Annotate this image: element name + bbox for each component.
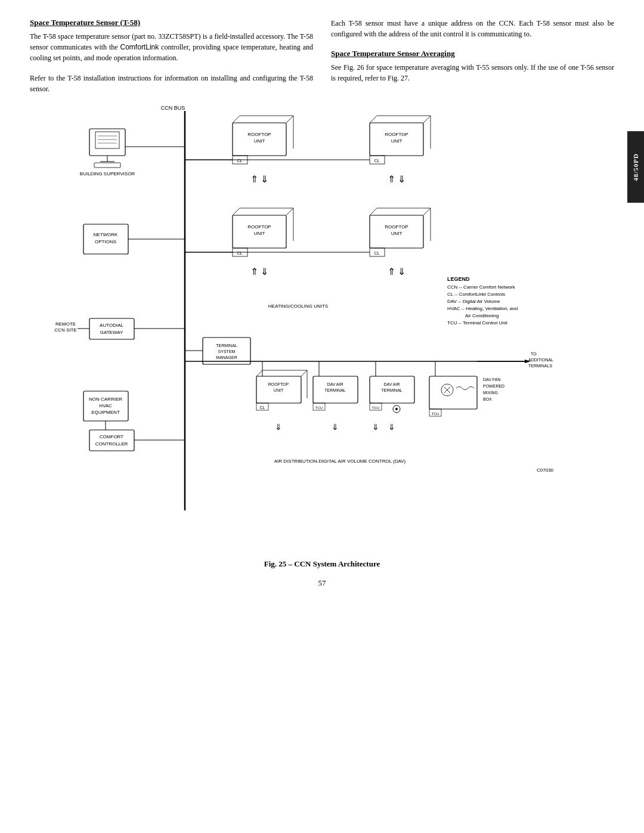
svg-line-35 [286, 208, 293, 215]
tcu1-label: TCU [315, 406, 323, 410]
fig-caption: Fig. 25 – CCN System Architecture [30, 559, 614, 569]
tcu3-label: TCU [432, 412, 439, 416]
cl4-label: CL [374, 251, 380, 255]
right-para2: See Fig. 26 for space temperature averag… [331, 62, 614, 83]
legend-ccn: CCN -- Carrier Comfort Network [447, 284, 516, 290]
remote-ccn-label2: CCN SITE [54, 327, 76, 333]
down-arrow-dav2b: ⇓ [372, 422, 379, 432]
svg-rect-1 [89, 129, 125, 156]
svg-rect-2 [95, 132, 119, 148]
svg-line-34 [233, 208, 240, 215]
left-column: Space Temperature Sensor (T-58) The T-58… [30, 18, 313, 94]
legend-tcu: TCU -- Terminal Control Unit [447, 320, 508, 326]
dav2-label2: TERMINAL [381, 388, 402, 392]
rooftop3-label2: UNIT [254, 231, 265, 236]
non-carrier-label3: EQUIPMENT [91, 410, 120, 415]
tsm-label2: SYSTEM [218, 349, 236, 354]
svg-line-20 [233, 116, 240, 123]
ccn-bus-label: CCN BUS [161, 105, 185, 111]
tsm-label1: TERMINAL [216, 343, 237, 348]
left-para1: The T-58 space temperature sensor (part … [30, 31, 313, 63]
to-additional-label3: TERMINALS [528, 364, 552, 368]
arrows2: ⇑ ⇓ [388, 174, 405, 184]
remote-ccn-label1: REMOTE [55, 321, 76, 327]
svg-line-51 [256, 370, 262, 376]
rooftop1-label2: UNIT [254, 138, 265, 144]
right-para1: Each T-58 sensor must have a unique addr… [331, 18, 614, 39]
non-carrier-label1: NON CARRIER [89, 397, 122, 402]
comfort-ctrl-label1: COMFORT [100, 434, 123, 439]
svg-rect-16 [89, 430, 134, 451]
arrows1: ⇑ ⇓ [250, 174, 268, 184]
svg-point-63 [395, 408, 398, 410]
ccn-diagram: CCN BUS BUILDING SUPERVISOR NETWORK OPTI… [30, 105, 614, 552]
svg-line-21 [286, 116, 293, 123]
svg-rect-65 [429, 376, 477, 409]
tcu2-label: TCU [372, 406, 379, 410]
down-arrow-rooftop: ⇓ [275, 422, 282, 432]
rooftop4-label1: ROOFTOP [385, 224, 408, 230]
comfortlink-span: ComfortLink [120, 43, 159, 51]
cl2-label: CL [374, 159, 380, 163]
down-arrow-dav2: ⇓ [388, 422, 395, 432]
to-additional-label2: ADDITIONAL [528, 358, 553, 362]
to-additional-label1: TO [531, 352, 537, 356]
network-options-label1: NETWORK [94, 232, 119, 237]
tsm-label3: MANAGER [216, 355, 237, 360]
dav1-label2: TERMINAL [324, 388, 346, 392]
page-number: 57 [30, 578, 614, 588]
dav-fan-label3: MIXING [483, 391, 498, 395]
autodial-label2: GATEWAY [100, 330, 123, 335]
left-heading: Space Temperature Sensor (T-58) [30, 18, 313, 27]
cl3-label: CL [237, 251, 243, 255]
air-distribution-label: AIR DISTRIBUTION-DIGITAL AIR VOLUME CONT… [274, 459, 406, 464]
svg-rect-12 [89, 318, 134, 339]
side-tab-text: 48/50PD [632, 153, 639, 181]
page-container: 48/50PD Space Temperature Sensor (T-58) … [0, 0, 644, 833]
side-tab: 48/50PD [627, 131, 644, 203]
down-arrow-dav1: ⇓ [332, 422, 339, 432]
cl1-label: CL [237, 159, 243, 163]
rooftop2-label2: UNIT [391, 138, 402, 144]
building-supervisor-label: BUILDING SUPERVISOR [80, 171, 135, 176]
legend-cl: CL -- ComfortLinkt Controls [447, 292, 505, 297]
left-para2: Refer to the T-58 installation instructi… [30, 73, 313, 94]
dav-fan-label2: POWERED [483, 384, 504, 388]
legend-hvac1: HVAC -- Heating, Ventilation, and [447, 306, 518, 311]
svg-line-52 [301, 370, 307, 376]
rooftop-bottom-label1: ROOFTOP [268, 382, 289, 386]
rooftop-bottom-label2: UNIT [274, 388, 284, 392]
legend-hvac2: Air Conditioning [465, 313, 499, 318]
rooftop3-label1: ROOFTOP [247, 224, 271, 230]
arrows3: ⇑ ⇓ [250, 267, 268, 277]
svg-line-41 [370, 208, 377, 215]
dav2-label1: DAV AIR [383, 382, 400, 386]
legend-title: LEGEND [447, 276, 470, 282]
rooftop4-label2: UNIT [391, 231, 402, 236]
svg-line-42 [423, 208, 431, 215]
svg-line-28 [423, 116, 431, 123]
right-heading2: Space Temperature Sensor Averaging [331, 49, 614, 58]
right-column: Each T-58 sensor must have a unique addr… [331, 18, 614, 94]
rooftop2-label1: ROOFTOP [385, 132, 408, 137]
heating-cooling-label: HEATING/COOLING UNITS [268, 304, 328, 309]
svg-rect-5 [94, 163, 120, 168]
network-options-label2: OPTIONS [95, 239, 116, 244]
comfort-ctrl-label2: CONTROLLER [95, 441, 128, 447]
rooftop1-label1: ROOFTOP [247, 132, 271, 137]
svg-line-27 [370, 116, 377, 123]
non-carrier-label2: HVAC [99, 403, 112, 408]
autodial-label1: AUTODIAL [100, 323, 123, 328]
diagram-area: CCN BUS BUILDING SUPERVISOR NETWORK OPTI… [30, 105, 614, 569]
dav-fan-label4: BOX [483, 397, 492, 401]
dav-fan-label1: DAV FAN [483, 377, 500, 382]
two-col-text: Space Temperature Sensor (T-58) The T-58… [30, 18, 614, 94]
legend-dav: DAV -- Digital Air Volume [447, 299, 500, 304]
arrows4: ⇑ ⇓ [388, 267, 405, 277]
dav1-label1: DAV AIR [327, 382, 343, 386]
cl-bottom-label: CL [260, 405, 265, 410]
fig-code: C07030 [537, 467, 554, 473]
